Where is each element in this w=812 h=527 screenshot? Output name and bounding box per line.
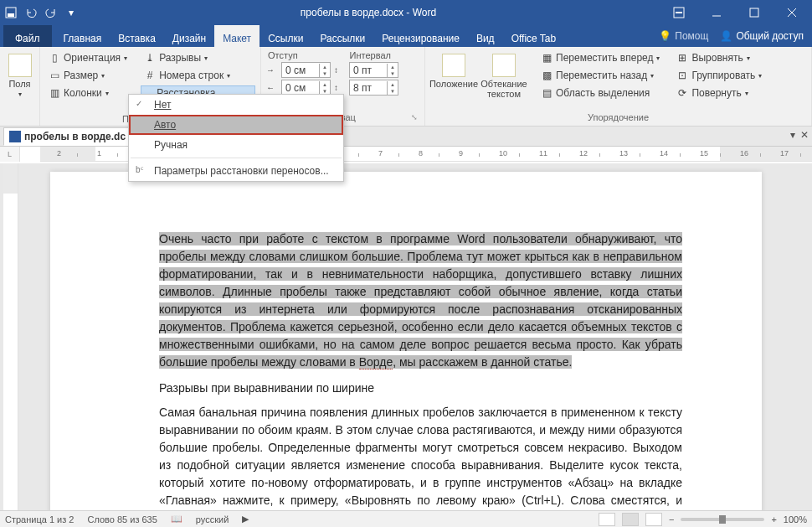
document-tabstrip: пробелы в ворде.dс ▾ ✕ xyxy=(0,127,812,147)
lightbulb-icon: 💡 xyxy=(659,30,671,42)
tab-dropdown-icon[interactable]: ▾ xyxy=(790,129,795,141)
quick-access-toolbar: ▾ xyxy=(5,7,77,18)
tab-file[interactable]: Файл xyxy=(3,25,52,47)
columns-button[interactable]: ▥Колонки▾ xyxy=(45,85,131,101)
person-icon: 👤 xyxy=(720,30,732,42)
rotate-button: ⟳Повернуть▾ xyxy=(673,85,765,101)
maximize-button[interactable] xyxy=(735,0,773,25)
selection-pane-icon: ▤ xyxy=(541,87,552,99)
position-icon xyxy=(442,54,465,77)
record-icon: ▶ xyxy=(242,514,249,524)
align-button: ⊞Выровнять▾ xyxy=(673,50,765,65)
svg-rect-5 xyxy=(750,8,758,17)
orientation-icon: ▯ xyxy=(49,52,60,64)
heading[interactable]: Разрывы при выравнивании по ширине xyxy=(159,380,682,397)
tab-layout[interactable]: Макет xyxy=(214,25,260,47)
status-language[interactable]: русский xyxy=(196,514,229,524)
group-arrange-label: Упорядочение xyxy=(430,111,806,124)
word-doc-icon xyxy=(9,131,21,142)
hyph-auto[interactable]: Авто xyxy=(129,115,343,135)
align-icon: ⊞ xyxy=(676,52,688,64)
page: Очень часто при работе с текстом в прогр… xyxy=(50,172,762,510)
size-icon: ▭ xyxy=(49,70,60,81)
zoom-slider[interactable] xyxy=(681,518,764,521)
wrap-icon xyxy=(492,54,516,77)
statusbar: Страница 1 из 2 Слово 85 из 635 📖 русски… xyxy=(0,510,812,527)
paragraph[interactable]: Самая банальная причина появления длинны… xyxy=(159,404,682,510)
tab-mailings[interactable]: Рассылки xyxy=(311,25,373,47)
zoom-out-button[interactable]: − xyxy=(669,514,674,524)
indent-right-icon: ← xyxy=(266,83,278,92)
tab-close-icon[interactable]: ✕ xyxy=(800,129,809,141)
ribbon-options-icon[interactable] xyxy=(660,0,697,25)
zoom-in-button[interactable]: + xyxy=(771,514,776,524)
group-button: ⊡Группировать▾ xyxy=(673,68,765,83)
indent-left-input[interactable]: 0 см▲▼ xyxy=(281,62,331,78)
line-numbers-button[interactable]: #Номера строк▾ xyxy=(141,68,255,83)
check-icon: ✓ xyxy=(136,99,147,111)
qat-more-icon[interactable]: ▾ xyxy=(65,7,77,18)
ribbon: Поля ▾ ▯Ориентация▾ ▭Размер▾ ▥Колонки▾ ⤓… xyxy=(0,47,812,127)
tell-me[interactable]: 💡 Помощ xyxy=(659,30,708,42)
status-page[interactable]: Страница 1 из 2 xyxy=(5,514,74,524)
close-button[interactable] xyxy=(773,0,810,25)
save-icon[interactable] xyxy=(5,7,17,18)
indent-left-icon: → xyxy=(266,65,278,75)
tab-officetab[interactable]: Office Tab xyxy=(503,25,565,47)
space-after-icon: ↕ xyxy=(334,83,346,92)
orientation-button[interactable]: ▯Ориентация▾ xyxy=(45,50,131,65)
send-backward-button: ▩Переместить назад▾ xyxy=(537,68,663,83)
window-controls xyxy=(660,0,810,25)
vertical-ruler[interactable] xyxy=(3,163,18,510)
view-read-button[interactable] xyxy=(599,513,615,526)
margins-button[interactable]: Поля ▾ xyxy=(5,50,34,98)
bring-forward-button: ▦Переместить вперед▾ xyxy=(537,50,663,65)
ruler-corner: L xyxy=(0,147,20,162)
hyph-none[interactable]: ✓Нет xyxy=(129,95,343,115)
numbers-icon: # xyxy=(144,70,156,81)
minimize-button[interactable] xyxy=(697,0,735,25)
breaks-button[interactable]: ⤓Разрывы▾ xyxy=(141,50,255,65)
tab-review[interactable]: Рецензирование xyxy=(373,25,468,47)
group-icon: ⊡ xyxy=(676,70,688,81)
space-before-icon: ↕ xyxy=(334,65,346,75)
breaks-icon: ⤓ xyxy=(144,52,156,64)
size-button[interactable]: ▭Размер▾ xyxy=(45,68,131,83)
columns-icon: ▥ xyxy=(49,87,60,99)
wrap-text-button[interactable]: Обтекание текстом xyxy=(481,50,527,101)
tab-design[interactable]: Дизайн xyxy=(164,25,214,47)
selection-pane-button[interactable]: ▤Область выделения xyxy=(537,85,663,101)
status-macro[interactable]: ▶ xyxy=(242,514,249,524)
share-button[interactable]: 👤 Общий доступ xyxy=(720,30,804,42)
document-area: Очень часто при работе с текстом в прогр… xyxy=(0,163,812,510)
view-web-button[interactable] xyxy=(645,513,662,526)
zoom-level[interactable]: 100% xyxy=(784,514,807,524)
dialog-launcher-icon[interactable]: ⤡ xyxy=(409,112,419,122)
book-icon: 📖 xyxy=(171,514,182,524)
position-button[interactable]: Положение xyxy=(430,50,477,101)
svg-rect-3 xyxy=(676,12,682,13)
document-tab[interactable]: пробелы в ворде.dс xyxy=(3,127,131,146)
redo-icon[interactable] xyxy=(45,7,57,18)
status-spellcheck[interactable]: 📖 xyxy=(171,514,182,524)
space-after-input[interactable]: 8 пт▲▼ xyxy=(349,80,398,96)
ribbon-tabs: Файл Главная Вставка Дизайн Макет Ссылки… xyxy=(0,25,812,47)
tab-home[interactable]: Главная xyxy=(55,25,110,47)
bring-forward-icon: ▦ xyxy=(541,52,552,64)
space-before-input[interactable]: 0 пт▲▼ xyxy=(349,62,398,78)
view-print-button[interactable] xyxy=(622,513,639,526)
hyph-options[interactable]: bᶜПараметры расстановки переносов... xyxy=(129,161,343,181)
tab-insert[interactable]: Вставка xyxy=(110,25,164,47)
tab-references[interactable]: Ссылки xyxy=(260,25,311,47)
undo-icon[interactable] xyxy=(25,7,37,18)
ruler-area: L 211234567891011121314151617 xyxy=(0,147,812,162)
hyph-manual[interactable]: Ручная xyxy=(129,135,343,155)
tab-view[interactable]: Вид xyxy=(468,25,503,47)
margins-icon xyxy=(8,54,32,77)
hyph-opts-icon: bᶜ xyxy=(136,165,147,177)
paragraph[interactable]: Очень часто при работе с текстом в прогр… xyxy=(159,230,682,371)
rotate-icon: ⟳ xyxy=(676,87,688,99)
status-words[interactable]: Слово 85 из 635 xyxy=(87,514,157,524)
window-title: пробелы в ворде.docx - Word xyxy=(77,7,660,18)
menu-separator xyxy=(131,158,342,158)
